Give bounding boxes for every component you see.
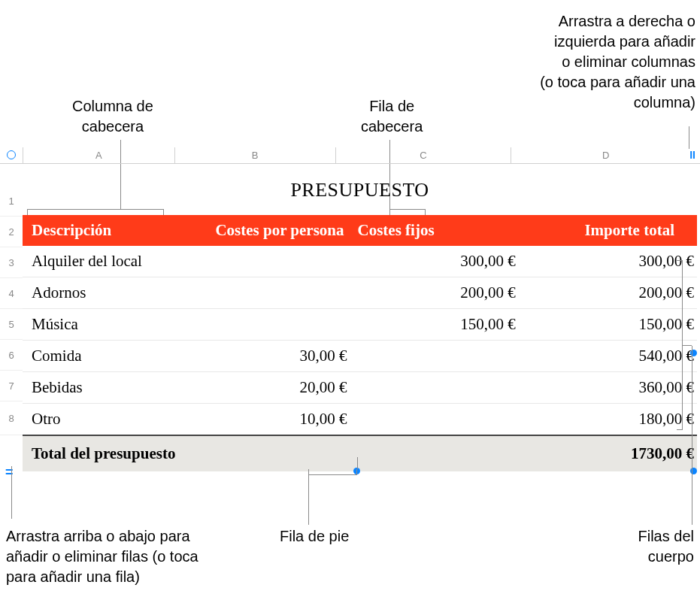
cell-fixed[interactable]: [353, 372, 522, 404]
table-title[interactable]: PRESUPUESTO: [23, 164, 697, 215]
cell-total[interactable]: 200,00 €: [522, 277, 697, 309]
row-header-8[interactable]: 8: [0, 401, 23, 435]
cell-total[interactable]: 180,00 €: [522, 404, 697, 436]
row-header-3[interactable]: 3: [0, 247, 23, 278]
col-header-C[interactable]: C: [335, 147, 511, 163]
header-cell-description[interactable]: Descripción: [23, 215, 177, 246]
cell-per-person[interactable]: [177, 277, 353, 309]
spreadsheet: A B C D II 1 2 3 4 5 6 7 8 = PRESUPUESTO…: [0, 147, 700, 164]
leader-line: [357, 457, 358, 469]
row-header-4[interactable]: 4: [0, 278, 23, 309]
cell-desc[interactable]: Alquiler del local: [23, 246, 177, 277]
cell-desc[interactable]: Adornos: [23, 277, 177, 309]
col-header-A[interactable]: A: [23, 147, 174, 163]
cell-desc[interactable]: Música: [23, 309, 177, 341]
cell-fixed[interactable]: [353, 404, 522, 436]
header-row[interactable]: Descripción Costes por persona Costes fi…: [23, 215, 697, 246]
callout-add-columns: Arrastra a derecha oizquierda para añadi…: [496, 11, 695, 113]
footer-label[interactable]: Total del presupuesto: [23, 435, 522, 471]
callout-header-column: Columna decabecera: [72, 96, 153, 137]
bracket-footer: [308, 469, 357, 475]
table-row[interactable]: Bebidas 20,00 € 360,00 €: [23, 372, 697, 404]
leader-line: [683, 345, 692, 346]
footer-total[interactable]: 1730,00 €: [522, 435, 697, 471]
row-header-2[interactable]: 2: [0, 217, 23, 247]
callout-add-rows: Arrastra arriba o abajo paraañadir o eli…: [6, 526, 232, 587]
col-header-B[interactable]: B: [174, 147, 335, 163]
select-all-handle[interactable]: [0, 147, 23, 164]
callout-body-rows: Filas delcuerpo: [638, 526, 694, 567]
cell-per-person[interactable]: [177, 246, 353, 277]
bracket-body-rows: [677, 260, 683, 430]
table-row[interactable]: Otro 10,00 € 180,00 €: [23, 404, 697, 436]
cell-total[interactable]: 150,00 €: [522, 309, 697, 341]
leader-line: [11, 466, 12, 519]
budget-table: Descripción Costes por persona Costes fi…: [23, 215, 697, 471]
cell-fixed[interactable]: 300,00 €: [353, 246, 522, 277]
table-row[interactable]: Adornos 200,00 € 200,00 €: [23, 277, 697, 309]
cell-desc[interactable]: Bebidas: [23, 372, 177, 404]
cell-desc[interactable]: Otro: [23, 404, 177, 436]
callout-footer-row: Fila de pie: [280, 526, 349, 547]
cell-total[interactable]: 360,00 €: [522, 372, 697, 404]
row-header-strip: 1 2 3 4 5 6 7 8 =: [0, 164, 23, 435]
cell-desc[interactable]: Comida: [23, 341, 177, 372]
table-row[interactable]: Música 150,00 € 150,00 €: [23, 309, 697, 341]
leader-line: [689, 126, 689, 149]
header-cell-total[interactable]: Importe total: [522, 215, 697, 246]
row-header-5[interactable]: 5: [0, 309, 23, 340]
row-header-1[interactable]: 1: [0, 164, 23, 217]
leader-line: [308, 475, 309, 525]
table-row[interactable]: Comida 30,00 € 540,00 €: [23, 341, 697, 372]
table-body: Alquiler del local 300,00 € 300,00 € Ado…: [23, 246, 697, 435]
col-header-D[interactable]: D: [511, 147, 700, 163]
cell-per-person[interactable]: [177, 309, 353, 341]
row-header-7[interactable]: 7: [0, 371, 23, 401]
header-cell-per-person[interactable]: Costes por persona: [177, 215, 353, 246]
cell-per-person[interactable]: 20,00 €: [177, 372, 353, 404]
leader-line: [692, 346, 692, 525]
callout-header-row: Fila decabecera: [361, 96, 423, 137]
select-all-icon: [7, 150, 16, 159]
header-cell-fixed[interactable]: Costes fijos: [353, 215, 522, 246]
table-row[interactable]: Alquiler del local 300,00 € 300,00 €: [23, 246, 697, 277]
column-header-strip: A B C D II: [0, 147, 700, 164]
row-header-6[interactable]: 6: [0, 340, 23, 371]
cell-fixed[interactable]: 200,00 €: [353, 277, 522, 309]
table-area: PRESUPUESTO Descripción Costes por perso…: [23, 164, 697, 471]
footer-row[interactable]: Total del presupuesto 1730,00 €: [23, 435, 697, 471]
cell-per-person[interactable]: 10,00 €: [177, 404, 353, 436]
cell-total[interactable]: 300,00 €: [522, 246, 697, 277]
cell-fixed[interactable]: [353, 341, 522, 372]
cell-fixed[interactable]: 150,00 €: [353, 309, 522, 341]
add-column-handle[interactable]: II: [689, 149, 695, 161]
cell-total[interactable]: 540,00 €: [522, 341, 697, 372]
cell-per-person[interactable]: 30,00 €: [177, 341, 353, 372]
